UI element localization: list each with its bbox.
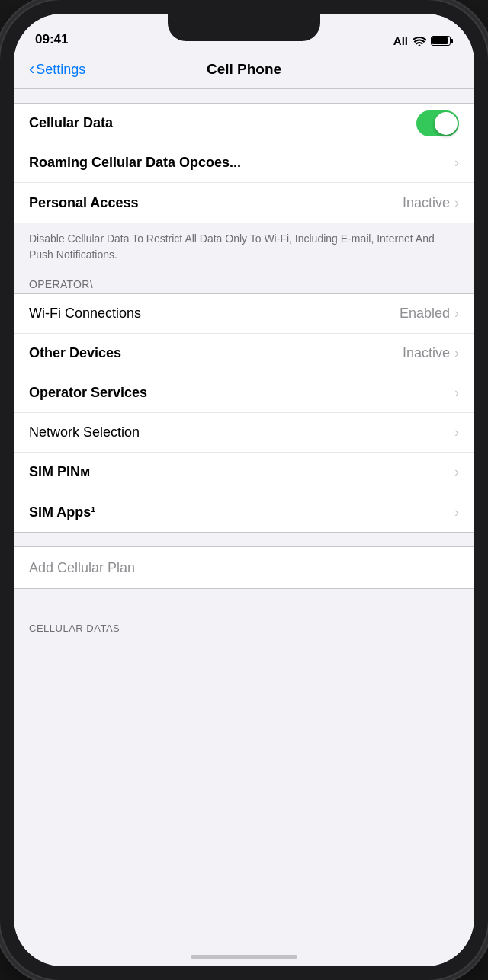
cellular-section: Cellular Data Roaming Cellular Data Opco… xyxy=(14,103,474,223)
home-indicator xyxy=(191,955,297,959)
network-selection-row[interactable]: Network Selection › xyxy=(14,413,474,453)
mid-spacer xyxy=(14,533,474,546)
network-selection-right: › xyxy=(454,424,459,440)
cellular-data-label: Cellular Data xyxy=(29,115,113,131)
back-chevron-icon: ‹ xyxy=(29,59,34,79)
back-button[interactable]: ‹ Settings xyxy=(29,59,85,79)
phone-frame: 09:41 All xyxy=(0,0,488,980)
top-spacer xyxy=(14,89,474,103)
roaming-chevron-icon: › xyxy=(454,155,459,171)
sim-apps-label: SIM Apps¹ xyxy=(29,504,95,520)
other-devices-label: Other Devices xyxy=(29,345,121,361)
network-selection-label: Network Selection xyxy=(29,424,140,440)
cellular-data-toggle[interactable] xyxy=(416,110,459,136)
description-block: Disable Cellular Data To Restrict All Da… xyxy=(14,223,474,274)
personal-access-value: Inactive xyxy=(403,195,450,211)
roaming-right: › xyxy=(454,155,459,171)
sim-apps-row[interactable]: SIM Apps¹ › xyxy=(14,492,474,532)
personal-access-row[interactable]: Personal Access Inactive › xyxy=(14,183,474,223)
operator-section-header: Operator\ xyxy=(14,274,474,293)
other-devices-value: Inactive xyxy=(403,345,450,361)
wifi-connections-right: Enabled › xyxy=(400,306,459,322)
personal-access-label: Personal Access xyxy=(29,195,138,211)
operator-services-label: Operator Services xyxy=(29,385,147,401)
back-label: Settings xyxy=(36,62,85,78)
wifi-icon xyxy=(413,36,426,46)
roaming-label: Roaming Cellular Data Opcoes... xyxy=(29,155,241,171)
toggle-knob xyxy=(435,112,458,135)
notch xyxy=(168,14,320,41)
carrier-label: All xyxy=(393,34,408,47)
bottom-spacer2 xyxy=(14,603,474,617)
network-selection-chevron-icon: › xyxy=(454,424,459,440)
sim-pin-right: › xyxy=(454,464,459,480)
sim-pin-chevron-icon: › xyxy=(454,464,459,480)
wifi-connections-row[interactable]: Wi-Fi Connections Enabled › xyxy=(14,294,474,334)
footer-label: CELLULAR DATAS xyxy=(29,623,120,634)
roaming-row[interactable]: Roaming Cellular Data Opcoes... › xyxy=(14,143,474,183)
description-text: Disable Cellular Data To Restrict All Da… xyxy=(29,232,435,261)
sim-pin-label: SIM PINм xyxy=(29,464,90,480)
other-devices-right: Inactive › xyxy=(403,345,459,361)
other-devices-chevron-icon: › xyxy=(454,345,459,361)
nav-title: Cell Phone xyxy=(207,61,281,78)
content-area: Cellular Data Roaming Cellular Data Opco… xyxy=(14,89,474,962)
personal-access-right: Inactive › xyxy=(403,195,459,211)
operator-services-right: › xyxy=(454,385,459,401)
add-plan-label: Add Cellular Plan xyxy=(29,560,135,576)
phone-screen: 09:41 All xyxy=(14,14,474,966)
cellular-data-row[interactable]: Cellular Data xyxy=(14,104,474,143)
operator-services-chevron-icon: › xyxy=(454,385,459,401)
bottom-spacer xyxy=(14,589,474,603)
section-footer: CELLULAR DATAS xyxy=(14,617,474,645)
operator-section: Wi-Fi Connections Enabled › Other Device… xyxy=(14,293,474,533)
wifi-connections-chevron-icon: › xyxy=(454,306,459,322)
battery-icon xyxy=(431,36,453,46)
nav-bar: ‹ Settings Cell Phone xyxy=(14,52,474,89)
status-time: 09:41 xyxy=(35,32,68,47)
wifi-connections-label: Wi-Fi Connections xyxy=(29,306,141,322)
operator-services-row[interactable]: Operator Services › xyxy=(14,373,474,413)
sim-apps-chevron-icon: › xyxy=(454,504,459,520)
sim-pin-row[interactable]: SIM PINм › xyxy=(14,453,474,492)
wifi-connections-value: Enabled xyxy=(400,306,450,322)
status-icons: All xyxy=(393,34,453,47)
add-cellular-plan-row[interactable]: Add Cellular Plan xyxy=(14,546,474,589)
operator-header-label: Operator\ xyxy=(29,278,93,290)
other-devices-row[interactable]: Other Devices Inactive › xyxy=(14,334,474,373)
personal-access-chevron-icon: › xyxy=(454,195,459,211)
sim-apps-right: › xyxy=(454,504,459,520)
